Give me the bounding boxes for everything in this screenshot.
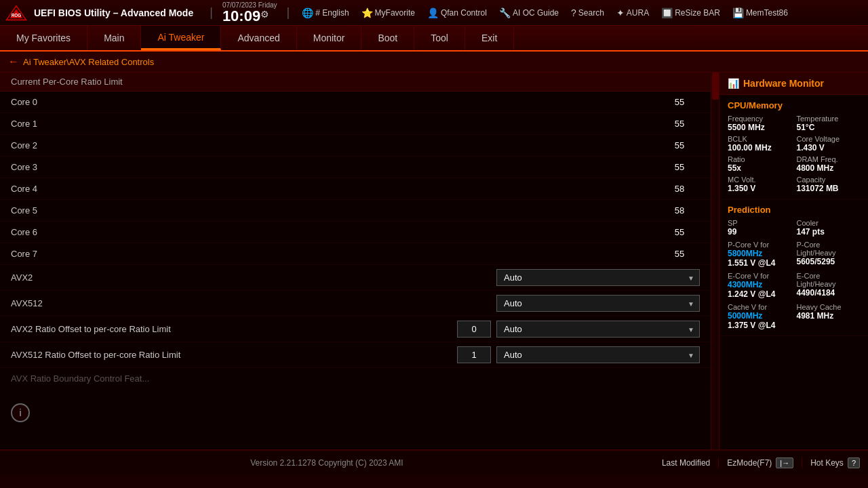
version-text: Version 2.21.1278 Copyright (C) 2023 AMI xyxy=(250,458,403,468)
avx512-ratio-label: AVX512 Ratio Offset to per-core Ratio Li… xyxy=(11,350,457,360)
nav-advanced[interactable]: Advanced xyxy=(221,26,296,50)
dram-freq-value: 4800 MHz xyxy=(797,163,861,173)
bclk-label: BCLK xyxy=(728,135,791,143)
time-display: 10:09 xyxy=(222,9,260,24)
aioc-button[interactable]: 🔧 AI OC Guide xyxy=(496,6,561,20)
ezmode-button[interactable]: EzMode(F7) |→ xyxy=(718,458,802,468)
breadcrumb: ← Ai Tweaker\AVX Related Controls xyxy=(0,52,868,73)
ecore-block: E-Core V for 4300MHz 1.242 V @L4 E-CoreL… xyxy=(728,272,860,299)
capacity-label: Capacity xyxy=(797,176,861,184)
nav-tool[interactable]: Tool xyxy=(414,26,465,50)
mc-volt-value: 1.350 V xyxy=(728,184,791,193)
pcore-lh-value: 5605/5295 xyxy=(797,257,861,266)
ratio-block: Ratio 55x xyxy=(728,155,791,173)
table-row: Core 7 55 xyxy=(0,243,711,265)
avx512-ratio-dropdown-wrapper: Auto Manual xyxy=(496,346,700,363)
settings-icon[interactable]: ⚙ xyxy=(260,9,269,20)
avx2-ratio-label: AVX2 Ratio Offset to per-core Ratio Limi… xyxy=(11,324,457,334)
capacity-block: Capacity 131072 MB xyxy=(797,176,861,193)
memtest-label: MemTest86 xyxy=(746,8,788,18)
nav-exit[interactable]: Exit xyxy=(465,26,514,50)
avx512-dropdown-wrapper: Auto Enabled Disabled xyxy=(496,295,700,312)
temperature-value: 51°C xyxy=(797,123,861,132)
last-modified-button[interactable]: Last Modified xyxy=(654,458,718,468)
avx2-row: AVX2 Auto Enabled Disabled xyxy=(0,265,711,291)
core0-value: 55 xyxy=(659,97,700,107)
back-arrow[interactable]: ← xyxy=(8,56,19,68)
avx512-ratio-select[interactable]: Auto Manual xyxy=(496,346,700,363)
core7-label: Core 7 xyxy=(11,249,659,259)
pcore-v-block: P-Core V for 5800MHz 1.551 V @L4 xyxy=(728,241,791,268)
language-button[interactable]: 🌐 # English xyxy=(299,6,351,20)
pcore-block: P-Core V for 5800MHz 1.551 V @L4 P-CoreL… xyxy=(728,241,860,268)
qfan-button[interactable]: 👤 Qfan Control xyxy=(425,6,490,20)
core6-label: Core 6 xyxy=(11,227,659,237)
capacity-value: 131072 MB xyxy=(797,184,861,193)
header-bar: ROG UEFI BIOS Utility – Advanced Mode | … xyxy=(0,0,868,26)
frequency-value: 5500 MHz xyxy=(728,123,791,132)
mc-volt-block: MC Volt. 1.350 V xyxy=(728,176,791,193)
myfavorite-button[interactable]: ⭐ MyFavorite xyxy=(359,6,418,20)
aioc-label: AI OC Guide xyxy=(513,8,559,18)
prediction-grid: SP 99 Cooler 147 pts xyxy=(728,219,860,237)
mc-volt-label: MC Volt. xyxy=(728,176,791,184)
table-row: Core 0 55 xyxy=(0,92,711,113)
core-voltage-label: Core Voltage xyxy=(797,135,861,143)
f7-key: |→ xyxy=(776,458,793,468)
core4-label: Core 4 xyxy=(11,184,659,194)
core5-value: 58 xyxy=(659,205,700,216)
memtest-button[interactable]: 💾 MemTest86 xyxy=(730,6,791,20)
cache-block: Cache V for 5000MHz 1.375 V @L4 Heavy Ca… xyxy=(728,303,860,330)
avx2-ratio-row: AVX2 Ratio Offset to per-core Ratio Limi… xyxy=(0,317,711,342)
ecore-lh-value: 4490/4184 xyxy=(797,288,861,298)
star-icon: ⭐ xyxy=(361,7,373,18)
nav-boot[interactable]: Boot xyxy=(361,26,414,50)
ecore-v-block: E-Core V for 4300MHz 1.242 V @L4 xyxy=(728,272,791,299)
nav-boot-label: Boot xyxy=(378,33,397,43)
scrollbar-thumb[interactable] xyxy=(712,73,719,100)
core0-label: Core 0 xyxy=(11,97,659,107)
frequency-block: Frequency 5500 MHz xyxy=(728,115,791,132)
scrollbar-track[interactable] xyxy=(711,73,719,449)
nav-favorites[interactable]: My Favorites xyxy=(0,26,87,50)
table-row: Core 6 55 xyxy=(0,222,711,243)
avx2-ratio-num: 0 xyxy=(457,321,491,338)
nav-main[interactable]: Main xyxy=(87,26,141,50)
core7-value: 55 xyxy=(659,249,700,259)
nav-monitor[interactable]: Monitor xyxy=(297,26,362,50)
core1-value: 55 xyxy=(659,119,700,129)
temperature-block: Temperature 51°C xyxy=(797,115,861,132)
avx512-select[interactable]: Auto Enabled Disabled xyxy=(496,295,700,312)
nav-ai-tweaker[interactable]: Ai Tweaker xyxy=(141,26,221,50)
oc-icon: 🔧 xyxy=(499,7,511,18)
avx512-ratio-row: AVX512 Ratio Offset to per-core Ratio Li… xyxy=(0,342,711,368)
navbar: My Favorites Main Ai Tweaker Advanced Mo… xyxy=(0,26,868,52)
avx512-row: AVX512 Auto Enabled Disabled xyxy=(0,291,711,317)
bclk-value: 100.00 MHz xyxy=(728,143,791,152)
table-row: Core 5 58 xyxy=(0,200,711,222)
cooler-block: Cooler 147 pts xyxy=(797,219,861,237)
cooler-label: Cooler xyxy=(797,219,861,227)
info-button[interactable]: i xyxy=(11,403,30,422)
pcore-v-freq: 5800MHz xyxy=(728,249,791,258)
hotkeys-button[interactable]: Hot Keys ? xyxy=(802,458,868,468)
aura-button[interactable]: ✦ AURA xyxy=(614,6,652,20)
section-header: Current Per-Core Ratio Limit xyxy=(0,73,711,92)
search-button[interactable]: ? Last Modified Search xyxy=(568,6,607,20)
hardware-monitor-panel: 📊 Hardware Monitor CPU/Memory Frequency … xyxy=(719,73,868,449)
hardware-monitor-header: 📊 Hardware Monitor xyxy=(719,73,868,95)
search-text: Search xyxy=(578,8,604,18)
avx2-select[interactable]: Auto Enabled Disabled xyxy=(496,269,700,286)
resizebar-button[interactable]: 🔲 ReSize BAR xyxy=(658,6,723,20)
heavy-cache-value: 4981 MHz xyxy=(797,311,861,321)
pcore-v-label: P-Core V for xyxy=(728,241,791,249)
core3-value: 55 xyxy=(659,162,700,172)
sp-value: 99 xyxy=(728,227,791,237)
core1-label: Core 1 xyxy=(11,119,659,129)
sp-label: SP xyxy=(728,219,791,227)
fan-icon: 👤 xyxy=(427,7,439,18)
ecore-v-label: E-Core V for xyxy=(728,272,791,280)
dram-freq-label: DRAM Freq. xyxy=(797,155,861,163)
pcore-lh-label: P-CoreLight/Heavy xyxy=(797,241,861,257)
avx2-ratio-select[interactable]: Auto Manual xyxy=(496,321,700,338)
